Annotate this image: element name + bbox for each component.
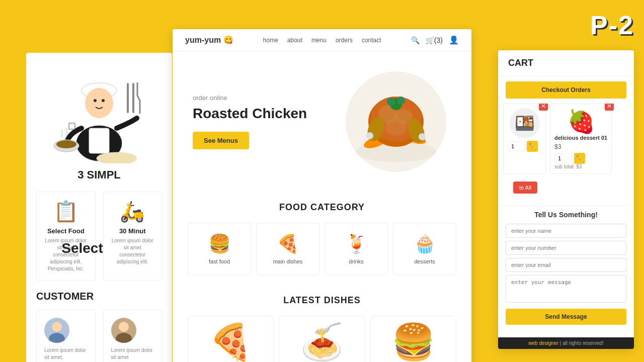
- dish-card-noodles[interactable]: 🍝: [279, 316, 365, 362]
- food-category-title: FOOD CATEGORY: [188, 202, 456, 213]
- nav-links: home about menu orders contact: [263, 37, 381, 44]
- left-panel: 3 SIMPL 📋 Select Food Lorem ipsum dolor …: [26, 53, 172, 362]
- qty-input-1[interactable]: [508, 141, 525, 151]
- maindishes-icon: 🍕: [262, 233, 314, 254]
- cart-title: CART: [508, 58, 533, 68]
- latest-dishes-section: LATEST DISHES 🍕 🍝 🍔: [173, 285, 471, 362]
- step-icon-2: 🛵: [111, 200, 154, 223]
- qty-edit-btn-1[interactable]: ✏️: [527, 141, 538, 152]
- customer-avatar-2: [111, 318, 136, 343]
- cart-item-remove-1[interactable]: ✕: [539, 104, 548, 111]
- svg-point-8: [56, 140, 76, 148]
- svg-point-5: [94, 99, 97, 102]
- search-icon[interactable]: 🔍: [411, 36, 420, 44]
- food-category-section: FOOD CATEGORY 🍔 fast food 🍕 main dishes …: [173, 192, 471, 285]
- chef-illustration: [36, 63, 162, 163]
- step-title-2: 30 Minut: [111, 227, 154, 235]
- cart-item-dessert: ✕ 🍓 delicious dessert 01 $3 ✏️ sub total…: [550, 104, 612, 174]
- delete-all-container: te All: [498, 179, 634, 200]
- dish-pizza-icon: 🍕: [193, 321, 268, 362]
- cart-item-food: ✕ 🍱 ✏️: [503, 104, 546, 174]
- category-grid: 🍔 fast food 🍕 main dishes 🍹 drinks 🧁 des…: [188, 223, 456, 275]
- desserts-label: desserts: [398, 258, 451, 264]
- dish-card-burger[interactable]: 🍔: [370, 316, 456, 362]
- customer-avatar-1: [44, 318, 69, 343]
- email-input[interactable]: [506, 258, 626, 272]
- dish-noodles-icon: 🍝: [284, 321, 359, 362]
- qty-input-2[interactable]: [554, 153, 572, 163]
- maindishes-label: main dishes: [262, 258, 314, 264]
- dish-card-pizza[interactable]: 🍕: [188, 316, 274, 362]
- category-maindishes[interactable]: 🍕 main dishes: [256, 223, 319, 275]
- svg-point-15: [52, 322, 62, 332]
- svg-point-37: [397, 97, 405, 105]
- customer-text-2: Lorem ipsum dolor sit amet consectetur a…: [111, 347, 154, 362]
- footer-text: | all rights reserved!: [560, 340, 604, 346]
- dish-burger-icon: 🍔: [376, 321, 451, 362]
- svg-point-6: [102, 99, 105, 102]
- cart-item-remove-2[interactable]: ✕: [605, 104, 614, 111]
- hero-title: Roasted Chicken: [193, 106, 341, 122]
- main-panel: yum-yum 😋 home about menu orders contact…: [173, 29, 471, 362]
- cart-item-img-2: 🍓: [554, 108, 607, 135]
- desserts-icon: 🧁: [398, 233, 451, 254]
- svg-rect-10: [127, 83, 129, 113]
- message-textarea[interactable]: [506, 275, 626, 303]
- customer-cards: Lorem ipsum dolor sit amet, consectetur …: [36, 310, 162, 362]
- hero-section: order online Roasted Chicken See Menus: [173, 51, 471, 192]
- nav-orders[interactable]: orders: [336, 37, 353, 44]
- cart-item-img-1: 🍱: [510, 108, 540, 138]
- qty-edit-2: ✏️: [554, 153, 607, 164]
- qty-edit-btn-2[interactable]: ✏️: [574, 153, 585, 164]
- svg-rect-11: [132, 83, 134, 113]
- category-fastfood[interactable]: 🍔 fast food: [188, 223, 251, 275]
- fastfood-label: fast food: [193, 258, 246, 264]
- svg-rect-1: [89, 128, 109, 153]
- category-desserts[interactable]: 🧁 desserts: [393, 223, 456, 275]
- svg-point-33: [366, 132, 373, 139]
- user-icon[interactable]: 👤: [449, 35, 459, 45]
- step-title-1: Select Food: [44, 227, 88, 235]
- delete-all-button[interactable]: te All: [513, 182, 537, 194]
- send-message-button[interactable]: Send Message: [506, 309, 626, 325]
- fastfood-icon: 🍔: [193, 233, 246, 254]
- footer-right: web designer | all rights reserved!: [498, 337, 634, 349]
- step-desc-1: Lorem ipsum dolor sit amet consectetur a…: [44, 237, 88, 273]
- steps-grid: 📋 Select Food Lorem ipsum dolor sit amet…: [36, 192, 162, 281]
- nav-contact[interactable]: contact: [362, 37, 381, 44]
- hero-image: [341, 66, 451, 177]
- step-delivery: 🛵 30 Minut Lorem ipsum dolor sit amet co…: [103, 192, 163, 281]
- nav-about[interactable]: about: [287, 37, 302, 44]
- name-input[interactable]: [506, 224, 626, 238]
- p2-badge: P-2: [590, 10, 634, 40]
- checkout-button[interactable]: Checkout Orders: [506, 81, 626, 99]
- cart-item-name-2: delicious dessert 01: [554, 135, 607, 141]
- cart-icon[interactable]: 🛒(3): [426, 36, 443, 44]
- latest-dishes-title: LATEST DISHES: [188, 295, 456, 306]
- svg-point-18: [119, 322, 129, 332]
- hero-text: order online Roasted Chicken See Menus: [193, 94, 341, 149]
- category-drinks[interactable]: 🍹 drinks: [325, 223, 388, 275]
- cart-item-subtotal-2: sub total: $3: [554, 164, 607, 169]
- customers-title: CUSTOMER: [36, 291, 162, 302]
- nav-home[interactable]: home: [263, 37, 278, 44]
- navbar: yum-yum 😋 home about menu orders contact…: [173, 29, 471, 51]
- step-select-food: 📋 Select Food Lorem ipsum dolor sit amet…: [36, 192, 96, 281]
- step-icon-1: 📋: [44, 200, 88, 223]
- cart-items-container: ✕ 🍱 ✏️ ✕ 🍓 delicious dessert 01 $3 ✏️ su…: [498, 104, 634, 174]
- svg-point-4: [85, 88, 113, 118]
- svg-point-9: [97, 152, 137, 163]
- customer-text-1: Lorem ipsum dolor sit amet, consectetur …: [44, 347, 88, 362]
- form-title: Tell Us Something!: [506, 206, 626, 224]
- nav-menu[interactable]: menu: [311, 37, 327, 44]
- cart-header: CART: [498, 50, 634, 76]
- see-menus-button[interactable]: See Menus: [193, 132, 249, 149]
- svg-rect-12: [69, 123, 75, 129]
- dishes-grid: 🍕 🍝 🍔: [188, 316, 456, 362]
- hero-subtitle: order online: [193, 94, 341, 102]
- phone-input[interactable]: [506, 241, 626, 255]
- svg-point-36: [387, 98, 395, 106]
- nav-icons: 🔍 🛒(3) 👤: [411, 35, 459, 45]
- drinks-icon: 🍹: [330, 233, 382, 254]
- drinks-label: drinks: [330, 258, 382, 264]
